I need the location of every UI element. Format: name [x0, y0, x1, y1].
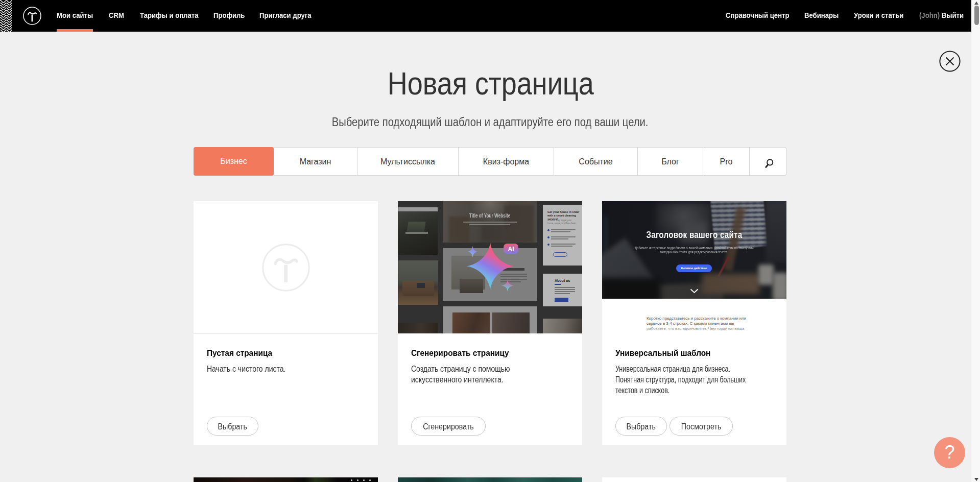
svg-text:AI: AI — [508, 246, 514, 253]
